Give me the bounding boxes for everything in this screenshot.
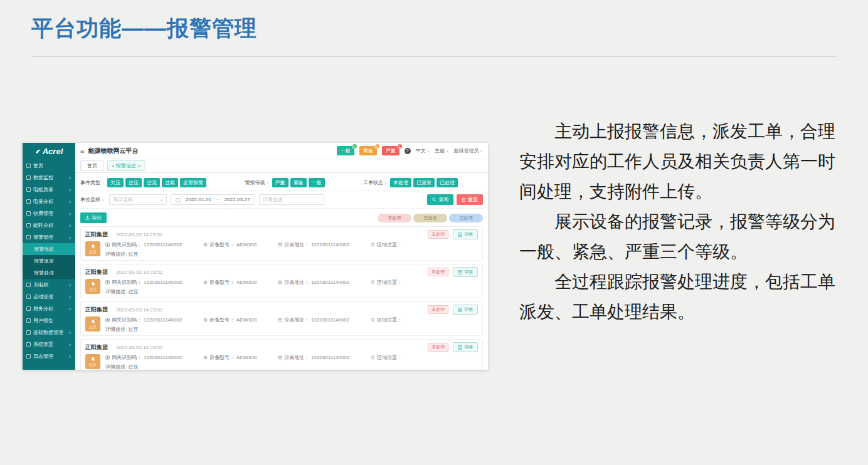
logo: Acrel (23, 143, 75, 160)
alarm-type-label: 过压 (89, 363, 97, 367)
detail-button-label: 详情 (464, 269, 473, 275)
status-badge: 未处理 (428, 305, 448, 314)
alarm-timestamp: 2022-03-03 14:23:52 (116, 307, 162, 313)
date-separator: ~ (216, 197, 220, 202)
gateway-label: 网关识别码： (112, 354, 142, 361)
language-label: 中文 (416, 147, 426, 154)
sidebar-item[interactable]: 报警处理 (23, 267, 75, 279)
gear-icon (203, 280, 208, 285)
project-select[interactable]: 项目名称 ∨ (109, 194, 167, 205)
sidebar-item[interactable]: 基础数据管理 ∨ (23, 327, 75, 338)
alarm-level-chips: 严重 紧急 一般 (272, 178, 325, 187)
detail-description-value: 过压 (128, 251, 138, 257)
gateway-field: 网关识别码：12203011140002 (105, 279, 182, 286)
filter-chip[interactable]: 过流 (144, 178, 160, 187)
area-field: 区域位置： (371, 316, 404, 323)
filter-chip[interactable]: 已派发 (413, 178, 435, 187)
filter-chip[interactable]: 欠压 (107, 178, 124, 187)
hamburger-icon[interactable]: ≡ (80, 147, 84, 155)
sidebar-item[interactable]: 能耗分析 ∨ (23, 219, 75, 231)
detail-button[interactable]: 详情 (453, 342, 478, 352)
page-tab[interactable]: 首页 (80, 160, 104, 171)
chevron-down-icon: ∨ (427, 149, 430, 153)
date-range-picker[interactable]: 2022-01-01 ~ 2022-03-27 (171, 194, 255, 205)
alarm-row: 正阳集团 2022-03-03 14:23:52 未处理 详情 过压 网关识别码 (80, 301, 483, 336)
sidebar-item[interactable]: 系统设置 ∨ (23, 338, 75, 350)
alarm-row: 正阳集团 2022-03-03 14:23:52 未处理 详情 过压 网关识别码 (80, 339, 483, 370)
filter-chip[interactable]: 未处理 (390, 178, 411, 187)
device-model-value: ADW300 (236, 242, 257, 248)
device-model-field: 设备型号：ADW300 (203, 279, 257, 286)
detail-button[interactable]: 详情 (453, 267, 478, 277)
meter-icon (278, 280, 282, 285)
chevron-icon: ∨ (69, 306, 71, 311)
sidebar-item[interactable]: 电能质量 ∨ (23, 184, 75, 196)
chevron-down-icon: ∨ (161, 197, 163, 202)
language-dropdown[interactable]: 中文∨ (416, 147, 430, 154)
search-icon (432, 197, 437, 202)
alarm-timestamp: 2022-03-03 14:23:52 (116, 269, 162, 275)
reset-button[interactable]: 重置 (457, 194, 483, 205)
sidebar-item[interactable]: 首页 (23, 160, 75, 172)
user-dropdown[interactable]: 超级管理员∨ (454, 147, 483, 154)
sidebar-item[interactable]: 财务分析 ∨ (23, 303, 75, 315)
calendar-icon (176, 197, 181, 202)
alarm-level-badge[interactable]: 严重 1 (382, 146, 400, 155)
filter-chip[interactable]: 全部报警 (180, 178, 206, 187)
filter-row-types: 事件类型： 欠压 过压 过流 过载 全部报警 警报等级： 严重 紧急 一般 工单… (80, 175, 483, 191)
sidebar-item[interactable]: 报警派发 (23, 255, 75, 267)
sidebar-item[interactable]: 充电桩 ∨ (23, 279, 75, 291)
menu-icon (26, 199, 31, 204)
alarm-type-tile: 过压 (85, 279, 100, 294)
bell-icon (90, 319, 96, 325)
gear-icon (203, 355, 208, 360)
filter-chip[interactable]: 严重 (272, 178, 288, 187)
status-legend: 未处理 已派发 已处理 (378, 214, 483, 222)
sidebar-item[interactable]: 报警信息 (23, 243, 75, 255)
alarm-level-badge[interactable]: 一般 0 (337, 146, 354, 155)
filter-chip[interactable]: 已处理 (437, 178, 458, 187)
filter-chip[interactable]: 过载 (162, 178, 178, 187)
sidebar-item[interactable]: 日志管理 ∨ (23, 350, 75, 362)
detail-description: 详情描述: 过压 (105, 288, 478, 295)
help-icon[interactable]: ? (405, 148, 411, 154)
search-button-label: 查询 (438, 196, 448, 203)
sidebar-item-label: 报警处理 (34, 269, 54, 276)
search-button[interactable]: 查询 (427, 194, 453, 205)
gateway-field: 网关识别码：12203011140002 (105, 241, 182, 248)
chevron-icon: ∧ (69, 235, 71, 239)
gateway-value: 12203011140002 (144, 242, 182, 248)
description-paragraph: 全过程跟踪报警处理进度，包括工单派发、工单处理结果。 (519, 267, 838, 327)
device-model-field: 设备型号：ADW300 (203, 354, 257, 361)
alarm-count-bubble: 1 (397, 144, 403, 149)
menu-icon (26, 342, 31, 347)
detail-description-value: 过压 (128, 364, 138, 370)
sidebar-item[interactable]: 运维管理 ∨ (23, 291, 75, 303)
sidebar-item[interactable]: 数据监控 ∨ (23, 172, 75, 184)
filter-chip[interactable]: 过压 (125, 178, 142, 187)
sidebar-item[interactable]: 电量分析 ∨ (23, 196, 75, 207)
device-model-label: 设备型号： (209, 354, 235, 361)
page-tab[interactable]: • 报警信息 × (107, 160, 146, 171)
menu-icon (26, 223, 31, 227)
filter-chip[interactable]: 紧急 (290, 178, 307, 187)
alarm-level-badge[interactable]: 紧急 0 (359, 146, 377, 155)
export-button[interactable]: 导出 (80, 212, 107, 223)
detail-button[interactable]: 详情 (453, 305, 478, 315)
sidebar-item[interactable]: 报警管理 ∧ (23, 231, 75, 243)
alarm-type-label: 过压 (89, 288, 97, 291)
gateway-field: 网关识别码：12203011140002 (105, 354, 182, 361)
company-name: 正阳集团 (85, 268, 108, 276)
detail-description-label: 详情描述: (105, 327, 128, 332)
user-label: 超级管理员 (454, 147, 479, 154)
sidebar-item[interactable]: 用户报告 (23, 315, 75, 327)
close-icon[interactable]: × (138, 163, 141, 169)
sidebar-item[interactable]: 收费管理 ∨ (23, 207, 75, 219)
theme-dropdown[interactable]: 主题∨ (435, 147, 448, 154)
sidebar-item-label: 财务分析 (33, 305, 53, 312)
sidebar-item-label: 数据监控 (33, 174, 53, 181)
detail-search-input[interactable] (259, 194, 324, 205)
status-badge: 未处理 (428, 343, 448, 352)
filter-chip[interactable]: 一般 (309, 178, 325, 187)
detail-button[interactable]: 详情 (453, 229, 478, 239)
